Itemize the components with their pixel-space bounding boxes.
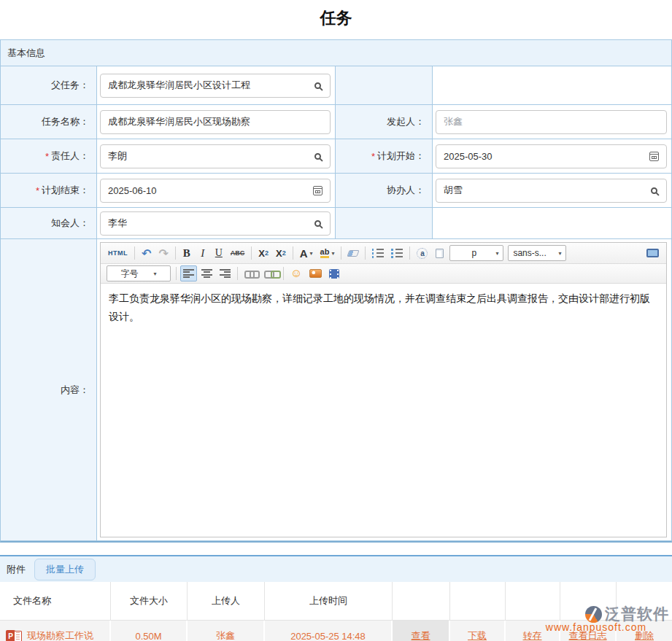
insert-emoticon-button[interactable]: ☺ (287, 265, 305, 281)
font-family-select[interactable]: sans-s...▾ (508, 245, 566, 261)
required-marker: * (371, 151, 375, 162)
view-log-link[interactable]: 查看日志 (569, 629, 607, 641)
col-header-upload-time: 上传时间 (265, 582, 393, 621)
attachments-label: 附件 (7, 563, 26, 576)
unordered-list-button[interactable] (388, 245, 406, 261)
plan-end-label: * 计划结束： (1, 174, 97, 208)
task-name-input[interactable]: 成都龙泉驿华润居民小区现场勘察 (100, 110, 331, 134)
fullscreen-button[interactable] (644, 245, 662, 261)
image-icon (309, 269, 322, 278)
assistant-input[interactable]: 胡雪 (436, 179, 667, 203)
subscript-button[interactable]: X2 (273, 245, 289, 261)
upload-time-cell: 2025-05-25 14:48 (265, 621, 393, 641)
content-editor-body[interactable]: 李工负责龙泉驿华润小区的现场勘察，详细记录工地的现场情况，并在调查结束之后出具调… (101, 284, 666, 537)
anchor-icon: a (417, 248, 428, 259)
empty-value-cell (433, 208, 671, 239)
action-cell: 查看日志 (560, 621, 617, 641)
plan-start-input[interactable]: 2025-05-30 (436, 144, 667, 168)
form-row-notify: 知会人： 李华 (1, 208, 671, 239)
bold-button[interactable]: B (179, 245, 194, 261)
uploader-cell: 张鑫 (188, 621, 265, 641)
notify-value: 李华 (108, 217, 127, 230)
section-header-basic-info: 基本信息 (1, 40, 671, 66)
empty-value-cell (433, 66, 671, 105)
eraser-icon (347, 250, 360, 257)
search-icon[interactable] (314, 82, 321, 89)
download-link[interactable]: 下载 (468, 629, 487, 641)
plan-start-value: 2025-05-30 (444, 151, 493, 162)
content-cell: HTML ↶ ↷ B I U ABC X2 X2 A▾ (97, 239, 671, 541)
monitor-icon (646, 249, 659, 257)
remove-link-button[interactable] (261, 265, 279, 281)
calendar-icon[interactable] (313, 186, 323, 195)
link-icon (244, 271, 257, 277)
align-right-icon (220, 269, 231, 278)
task-name-value: 成都龙泉驿华润居民小区现场勘察 (108, 115, 250, 128)
highlight-color-button[interactable]: ab▾ (317, 245, 338, 261)
file-name-link[interactable]: 现场勘察工作说 (27, 629, 93, 641)
redo-icon[interactable]: ↷ (155, 245, 171, 261)
strikethrough-button[interactable]: ABC (228, 245, 248, 261)
insert-image-button[interactable] (306, 265, 325, 281)
view-link[interactable]: 查看 (412, 629, 430, 641)
ordered-list-button[interactable] (369, 245, 387, 261)
insert-link-button[interactable] (242, 265, 260, 281)
col-header-action (617, 582, 672, 621)
col-header-action (560, 582, 617, 621)
table-row: P 现场勘察工作说 0.50M 张鑫 2025-05-25 14:48 查看 下… (0, 621, 672, 641)
form-row-parent-task: 父任务： 成都龙泉驿华润居民小区设计工程 (1, 66, 671, 105)
remove-format-button[interactable] (345, 245, 361, 261)
parent-task-cell: 成都龙泉驿华润居民小区设计工程 (97, 66, 336, 105)
chevron-down-icon: ▾ (495, 250, 498, 257)
italic-button[interactable]: I (196, 245, 210, 261)
save-as-link[interactable]: 转存 (523, 629, 542, 641)
editor-toolbar-row1: HTML ↶ ↷ B I U ABC X2 X2 A▾ (101, 243, 666, 264)
insert-video-button[interactable] (326, 265, 342, 281)
unlink-icon (264, 271, 277, 277)
task-name-cell: 成都龙泉驿华润居民小区现场勘察 (97, 105, 336, 139)
font-color-button[interactable]: A▾ (297, 245, 316, 261)
form-row-owner-start: * 责任人： 李朗 * 计划开始： 2025-05-30 (1, 139, 671, 174)
paragraph-format-select[interactable]: p▾ (449, 245, 503, 261)
owner-input[interactable]: 李朗 (100, 144, 331, 168)
initiator-value: 张鑫 (444, 115, 463, 128)
delete-link[interactable]: 删除 (635, 629, 654, 641)
plan-end-input[interactable]: 2025-06-10 (100, 179, 331, 203)
empty-label-cell (336, 66, 433, 105)
font-size-select[interactable]: 字号▾ (107, 265, 171, 281)
anchor-button[interactable]: a (414, 245, 430, 261)
search-icon[interactable] (314, 153, 321, 160)
blank-page-icon (436, 249, 444, 258)
video-icon (329, 269, 339, 279)
empty-label-cell (336, 208, 433, 239)
plan-start-cell: 2025-05-30 (433, 139, 671, 174)
calendar-icon[interactable] (649, 152, 659, 161)
parent-task-label: 父任务： (1, 66, 97, 105)
chevron-down-icon: ▾ (310, 250, 313, 257)
new-page-button[interactable] (432, 245, 447, 261)
undo-icon[interactable]: ↶ (139, 245, 154, 261)
notify-cell: 李华 (97, 208, 336, 239)
batch-upload-button[interactable]: 批量上传 (34, 559, 96, 580)
plan-end-value: 2025-06-10 (108, 185, 157, 196)
search-icon[interactable] (651, 187, 657, 194)
required-marker: * (36, 185, 39, 196)
page-title: 任务 (0, 0, 672, 39)
align-left-button[interactable] (180, 265, 197, 281)
file-size-cell: 0.50M (111, 621, 188, 641)
editor-toolbar-row2: 字号▾ ☺ (101, 264, 666, 284)
parent-task-value: 成都龙泉驿华润居民小区设计工程 (108, 79, 250, 92)
search-icon[interactable] (314, 220, 321, 227)
attachments-section-header: 附件 批量上传 (0, 555, 672, 582)
attachments-table: 文件名称 文件大小 上传人 上传时间 P 现场勘察工作说 0.50M 张鑫 20… (0, 582, 672, 641)
plan-start-label: * 计划开始： (336, 139, 433, 174)
task-form-page: 任务 基本信息 父任务： 成都龙泉驿华润居民小区设计工程 任务名称： 成都龙泉驿… (0, 0, 672, 641)
html-source-button[interactable]: HTML (105, 245, 131, 261)
col-header-file-size: 文件大小 (111, 582, 188, 621)
underline-button[interactable]: U (212, 245, 226, 261)
parent-task-input[interactable]: 成都龙泉驿华润居民小区设计工程 (100, 74, 331, 98)
notify-input[interactable]: 李华 (100, 211, 331, 236)
align-center-button[interactable] (198, 265, 215, 281)
superscript-button[interactable]: X2 (255, 245, 271, 261)
align-right-button[interactable] (217, 265, 233, 281)
